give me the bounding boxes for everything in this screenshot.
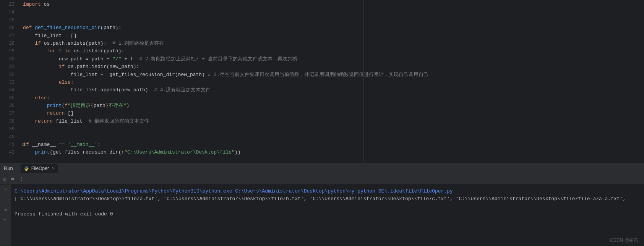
line-number[interactable]: 23 xyxy=(0,1,18,8)
console-area: ↑ ↓ ⇥ ⇤ C:\Users\Administrator\AppData\L… xyxy=(0,184,644,246)
more-icon[interactable]: ⋮ xyxy=(19,176,24,182)
line-number[interactable]: 42 xyxy=(0,149,18,156)
console-output[interactable]: C:\Users\Administrator\AppData\Local\Pro… xyxy=(11,184,644,246)
run-config-tab[interactable]: FileOper × xyxy=(21,164,58,173)
panel-title[interactable]: Run xyxy=(4,165,13,171)
console-gutter: ↑ ↓ ⇥ ⇤ xyxy=(0,184,11,246)
line-number[interactable]: 36 xyxy=(0,102,18,110)
run-toolbar: ↻ ■ ⋮ xyxy=(0,174,644,184)
line-number[interactable]: 24 xyxy=(0,8,18,16)
soft-wrap-icon[interactable]: ⇥ xyxy=(4,207,7,213)
scroll-up-icon[interactable]: ↑ xyxy=(4,188,7,193)
line-number[interactable]: 33 xyxy=(0,79,18,86)
line-number[interactable]: 38 xyxy=(0,118,18,125)
scroll-to-end-icon[interactable]: ⇤ xyxy=(4,217,7,223)
gutter: 23 24 25 26 27 28 29 30 31 32 33 34 35 3… xyxy=(0,0,18,162)
line-number[interactable]: 29 xyxy=(0,47,18,55)
scroll-down-icon[interactable]: ↓ xyxy=(4,197,7,203)
close-icon[interactable]: × xyxy=(52,166,55,171)
python-icon xyxy=(24,166,29,171)
line-number[interactable]: 35 xyxy=(0,94,18,102)
tab-label: FileOper xyxy=(31,166,49,171)
stop-icon[interactable]: ■ xyxy=(11,176,14,182)
line-number[interactable]: 26 xyxy=(0,24,18,32)
output-line: ['C:\\Users\\Administrator\\Desktop\\fil… xyxy=(15,195,640,203)
line-number[interactable]: 32 xyxy=(0,71,18,79)
line-number[interactable]: 41 ▷ xyxy=(0,141,18,149)
watermark: CSDN @南石. xyxy=(610,237,639,244)
line-number[interactable]: 27 xyxy=(0,32,18,40)
line-number[interactable]: 34 xyxy=(0,86,18,94)
run-panel-header: Run FileOper × xyxy=(0,162,644,174)
code-area[interactable]: import os def get_files_recusion_dir(pat… xyxy=(18,0,644,162)
line-number[interactable]: 28 xyxy=(0,40,18,47)
rerun-icon[interactable]: ↻ xyxy=(3,176,6,182)
line-number[interactable]: 40 xyxy=(0,133,18,141)
line-number[interactable]: 25 xyxy=(0,16,18,24)
exit-code-line: Process finished with exit code 0 xyxy=(15,210,640,218)
margin-line xyxy=(363,0,363,162)
line-number[interactable]: 39 xyxy=(0,125,18,133)
editor-area: 23 24 25 26 27 28 29 30 31 32 33 34 35 3… xyxy=(0,0,644,162)
line-number[interactable]: 30 xyxy=(0,55,18,63)
line-number[interactable]: 37 xyxy=(0,110,18,117)
line-number[interactable]: 31 xyxy=(0,63,18,71)
script-path-link[interactable]: C:\Users\Administrator\Desktop\python\my… xyxy=(235,188,453,194)
python-path-link[interactable]: C:\Users\Administrator\AppData\Local\Pro… xyxy=(15,188,232,194)
